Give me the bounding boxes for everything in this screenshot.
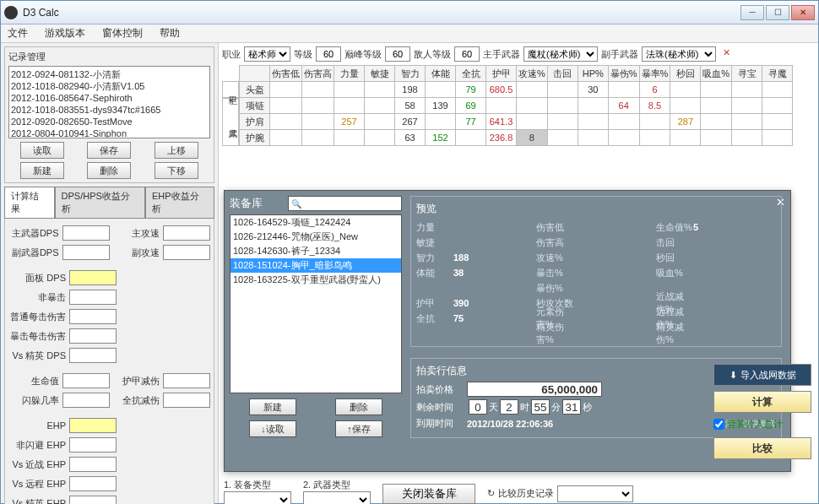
import-button[interactable]: ⬇ 导入战网数据	[713, 364, 811, 386]
record-item[interactable]: 2012-1018-083551-dys9347tc#1665	[11, 104, 208, 116]
ehp-input[interactable]	[69, 418, 117, 433]
class-select[interactable]: 秘术师	[244, 46, 290, 62]
allres-red-input[interactable]	[163, 393, 210, 408]
hours-input[interactable]	[500, 399, 518, 415]
app-icon	[4, 6, 18, 19]
auction-price-input[interactable]	[467, 382, 602, 397]
titlebar: D3 Calc ─ ☐ ✕	[1, 1, 818, 24]
calculate-button[interactable]: 计算	[713, 391, 811, 413]
new-button[interactable]: 新建	[20, 162, 64, 179]
paragon-input[interactable]	[385, 46, 410, 62]
clear-offhand-icon[interactable]: ✕	[719, 47, 733, 61]
maximize-button[interactable]: ☐	[766, 5, 789, 20]
compare-button[interactable]: 比较	[713, 437, 811, 459]
result-tabs: 计算结果 DPS/HPS收益分析 EHP收益分析	[4, 187, 214, 219]
main-spd-input[interactable]	[163, 225, 210, 241]
tab-results[interactable]: 计算结果	[4, 187, 55, 218]
bottom-row: 1. 装备类型 2. 武器类型 关闭装备库 ↻ 比较历史记录	[224, 479, 697, 504]
life-input[interactable]	[62, 373, 110, 388]
expire-time: 2012/10/28 22:06:36	[467, 419, 553, 429]
record-item[interactable]: 2012-0924-081132-小清新	[11, 68, 208, 80]
modal-title: 装备库	[230, 196, 263, 211]
main-dps-input[interactable]	[62, 225, 110, 241]
group-armor: 甲栏	[222, 81, 239, 98]
vs-melee-ehp-input[interactable]	[69, 457, 117, 472]
minimize-button[interactable]: ─	[740, 5, 764, 20]
move-up-button[interactable]: 上移	[155, 142, 198, 159]
group-weapon: 武库	[222, 98, 239, 146]
nododge-ehp-input[interactable]	[69, 437, 117, 453]
record-item[interactable]: 2012-1018-082940-小清新V1.05	[11, 80, 208, 92]
crit-dmg-input[interactable]	[69, 328, 117, 344]
modal-save-button[interactable]: ↑保存	[335, 420, 382, 437]
equipment-library-modal: ✕ 装备库 1026-164529-项链_12424241026-212446-…	[224, 190, 791, 472]
record-management-group: 记录管理 2012-0924-081132-小清新2012-1018-08294…	[4, 46, 214, 183]
tab-dps-hps[interactable]: DPS/HPS收益分析	[55, 187, 145, 218]
library-item[interactable]: 1028-142630-裤子_12334	[231, 244, 401, 258]
vs-elite-ehp-input[interactable]	[69, 496, 117, 504]
library-item[interactable]: 1028-163225-双手重型武器(野蛮人)	[231, 273, 401, 287]
import-icon: ⬇	[730, 370, 737, 381]
enemy-level-input[interactable]	[454, 46, 480, 62]
record-item[interactable]: 2012-0804-010941-Sinphon	[11, 127, 208, 138]
off-spd-input[interactable]	[163, 245, 210, 260]
modal-new-button[interactable]: 新建	[249, 398, 296, 415]
window-title: D3 Calc	[23, 7, 739, 19]
normal-dmg-input[interactable]	[69, 309, 117, 324]
library-item[interactable]: 1026-212446-咒物(巫医)_New	[231, 230, 401, 244]
days-input[interactable]	[469, 399, 487, 415]
mainhand-select[interactable]: 魔杖(秘术师)	[523, 46, 598, 62]
library-item[interactable]: 1028-151024-胸甲_暗影鸟鸣	[231, 258, 401, 273]
move-down-button[interactable]: 下移	[155, 162, 198, 179]
menu-version[interactable]: 游戏版本	[45, 26, 85, 41]
search-input[interactable]	[288, 196, 402, 211]
record-list[interactable]: 2012-0924-081132-小清新2012-1018-082940-小清新…	[8, 66, 210, 138]
menubar: 文件 游戏版本 窗体控制 帮助	[1, 24, 818, 43]
close-button[interactable]: ✕	[791, 5, 815, 20]
menu-help[interactable]: 帮助	[160, 26, 180, 41]
equipment-list[interactable]: 1026-164529-项链_12424241026-212446-咒物(巫医)…	[230, 214, 402, 393]
tab-ehp[interactable]: EHP收益分析	[145, 187, 214, 218]
modal-load-button[interactable]: ↓读取	[249, 420, 296, 437]
minutes-input[interactable]	[531, 399, 550, 415]
equipment-grid[interactable]: 伤害低伤害高力量敏捷智力体能全抗护甲攻速%击回HP%暴伤%暴率%秒回吸血%寻宝寻…	[239, 65, 793, 146]
level-input[interactable]	[316, 46, 341, 62]
vs-ranged-ehp-input[interactable]	[69, 476, 117, 491]
load-button[interactable]: 读取	[20, 142, 64, 159]
off-dps-input[interactable]	[62, 245, 110, 260]
library-item[interactable]: 1026-164529-项链_1242424	[231, 215, 401, 230]
preview-panel: 预览 力量敏捷智力188体能38护甲390全抗75伤害低伤害高攻速%暴击%暴伤%…	[410, 196, 782, 347]
set-bonus-checkbox[interactable]	[713, 419, 724, 430]
record-item[interactable]: 2012-0920-082650-TestMove	[11, 116, 208, 127]
delete-button[interactable]: 删除	[87, 162, 131, 179]
noncrit-input[interactable]	[69, 290, 117, 305]
record-item[interactable]: 2012-1016-085647-Sephiroth	[11, 92, 208, 104]
menu-file[interactable]: 文件	[8, 26, 28, 41]
top-controls: 职业 秘术师 等级 巅峰等级 敌人等级 主手武器 魔杖(秘术师) 副手武器 法珠…	[222, 46, 815, 62]
equip-type-select[interactable]	[224, 491, 291, 504]
seconds-input[interactable]	[562, 399, 581, 415]
close-library-button[interactable]: 关闭装备库	[382, 484, 475, 504]
vs-elite-dps-input[interactable]	[69, 348, 117, 363]
panel-dps-input[interactable]	[69, 270, 117, 285]
menu-window[interactable]: 窗体控制	[102, 26, 143, 41]
record-title: 记录管理	[8, 51, 210, 63]
armor-red-input[interactable]	[163, 373, 210, 388]
weapon-type-select[interactable]	[303, 491, 371, 504]
history-select[interactable]	[557, 485, 633, 502]
modal-delete-button[interactable]: 删除	[335, 398, 382, 415]
dodge-input[interactable]	[62, 393, 110, 408]
offhand-select[interactable]: 法珠(秘术师)	[642, 46, 716, 62]
save-button[interactable]: 保存	[87, 142, 131, 159]
refresh-icon[interactable]: ↻	[487, 488, 495, 499]
